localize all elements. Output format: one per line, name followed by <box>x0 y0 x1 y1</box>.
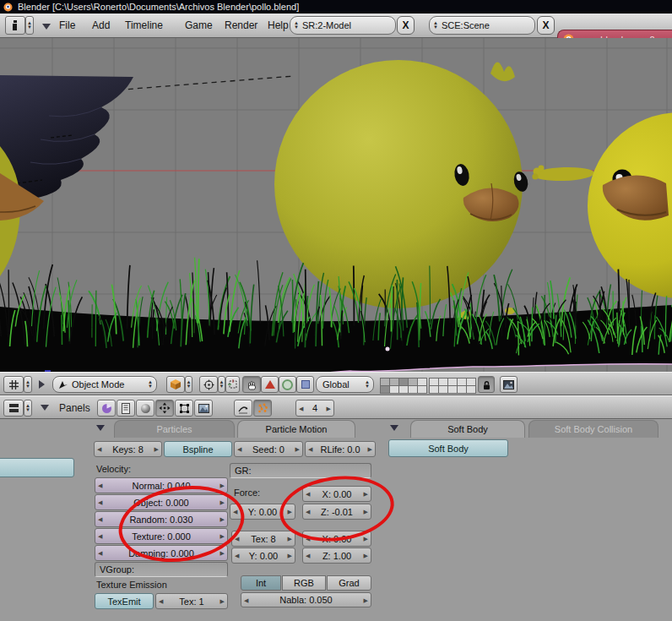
object-field[interactable]: ◀Object: 0.000▶ <box>95 494 228 510</box>
shading-context-button[interactable] <box>136 400 154 417</box>
increment-arrow[interactable]: ▶ <box>327 406 331 411</box>
object-context-button[interactable] <box>155 400 174 417</box>
render-preview-button[interactable] <box>500 376 518 393</box>
script-context-button[interactable] <box>117 400 135 417</box>
layer-buttons-group2[interactable] <box>429 378 475 393</box>
manipulator-mode-button[interactable] <box>296 376 314 393</box>
tab-particle-motion[interactable]: Particle Motion <box>237 420 355 438</box>
manipulator-widget-button[interactable] <box>225 376 240 393</box>
texture-emission-label: Texture Emission <box>96 580 167 590</box>
tab-particles[interactable]: Particles <box>114 420 235 438</box>
tab-soft-body-collision[interactable]: Soft Body Collision <box>528 420 658 438</box>
editor-type-dropdown[interactable]: ▲▼ <box>25 16 34 35</box>
texemit-toggle[interactable]: TexEmit <box>95 593 154 609</box>
editing-context-button[interactable] <box>175 400 193 417</box>
screen-selector[interactable]: ▲▼ SR:2-Model <box>290 16 396 35</box>
normal-field[interactable]: ◀Normal: 0.040▶ <box>95 477 228 493</box>
object-mode-icon <box>57 379 68 390</box>
force-z-field[interactable]: ◀Z: -0.01▶ <box>302 504 371 520</box>
grid-icon <box>8 379 19 390</box>
menu-add[interactable]: Add <box>92 19 110 31</box>
int-toggle[interactable]: Int <box>241 575 281 591</box>
viewport-editor-type-button[interactable] <box>3 376 24 393</box>
force-y-field[interactable]: ◀Y: 0.00▶ <box>230 504 295 520</box>
particle-panel-collapse-triangle[interactable] <box>96 425 105 431</box>
buttons-editor-type-button[interactable] <box>3 400 24 417</box>
frame-number-field[interactable]: ◀ 4 ▶ <box>295 400 334 417</box>
nabla-field[interactable]: ◀Nabla: 0.050▶ <box>241 592 371 607</box>
grad-toggle[interactable]: Grad <box>327 575 371 591</box>
menu-help[interactable]: Help <box>268 19 289 31</box>
menu-render[interactable]: Render <box>225 19 257 31</box>
pivot-dropdown[interactable]: ▲▼ <box>218 376 225 393</box>
texture-field[interactable]: ◀Texture: 0.000▶ <box>95 528 228 544</box>
tex-x-field[interactable]: ◀X: 0.00▶ <box>302 531 371 547</box>
collapse-buttons-menu-triangle[interactable] <box>41 405 49 411</box>
menu-game[interactable]: Game <box>185 19 213 31</box>
red-triangle-icon <box>265 380 275 389</box>
orientation-value: Global <box>317 379 361 389</box>
buttons-header: ▲▼ Panels ◀ 4 ▶ <box>0 395 672 419</box>
blender-window: Blender [C:\Users\Ronerto\Documents\Arch… <box>0 0 672 621</box>
texemit-tex-field[interactable]: ◀Tex: 1▶ <box>155 593 228 609</box>
pivot-button[interactable] <box>199 376 218 393</box>
tex-field[interactable]: ◀Tex: 8▶ <box>231 531 295 547</box>
rlife-field[interactable]: ◀RLife: 0.0▶ <box>305 441 376 457</box>
logic-icon <box>101 403 112 414</box>
soft-body-button[interactable]: Soft Body <box>388 439 508 457</box>
left-partial-button[interactable] <box>0 458 74 477</box>
scene-close-button[interactable]: X <box>537 16 555 35</box>
random-field[interactable]: ◀Random: 0.030▶ <box>95 511 228 527</box>
menu-bar: ▲▼ File Add Timeline Game Render Help ▲▼… <box>0 14 672 38</box>
softbody-panel-collapse-triangle[interactable] <box>390 425 398 431</box>
blender-logo-icon <box>3 3 13 12</box>
scene-context-button[interactable] <box>194 400 213 417</box>
combo-arrows-icon: ▲▼ <box>361 380 373 389</box>
gr-field[interactable]: GR: <box>230 463 371 478</box>
3d-viewport[interactable]: x (4) Plane <box>0 38 672 372</box>
tab-soft-body[interactable]: Soft Body <box>410 420 525 438</box>
editing-icon <box>179 403 190 414</box>
draw-mode-button[interactable] <box>166 376 185 393</box>
buttons-editor-dropdown[interactable]: ▲▼ <box>24 400 32 417</box>
damping-field[interactable]: ◀Damping: 0.000▶ <box>95 545 228 561</box>
scene-selector[interactable]: ▲▼ SCE:Scene <box>429 16 535 35</box>
blue-square-icon <box>301 380 310 389</box>
menu-file[interactable]: File <box>59 19 75 31</box>
layer-buttons-group1[interactable] <box>380 378 426 393</box>
draw-mode-dropdown[interactable]: ▲▼ <box>185 376 192 393</box>
bspline-toggle[interactable]: Bspline <box>164 441 232 457</box>
translate-manipulator-button[interactable] <box>242 376 261 393</box>
vgroup-field[interactable]: VGroup: <box>95 562 228 577</box>
force-x-field[interactable]: ◀X: 0.00▶ <box>302 486 371 502</box>
transform-widget-icon <box>228 379 238 389</box>
force-label: Force: <box>234 488 260 498</box>
mode-selector[interactable]: Object Mode ▲▼ <box>52 376 157 393</box>
buttons-window-icon <box>8 403 19 413</box>
physics-icon <box>237 403 249 414</box>
collapse-menu-triangle[interactable] <box>42 24 51 30</box>
script-icon <box>121 403 131 414</box>
editor-type-button[interactable] <box>5 16 25 35</box>
tex-z-field[interactable]: ◀Z: 1.00▶ <box>302 547 371 564</box>
lock-layers-button[interactable] <box>478 376 495 393</box>
seed-field[interactable]: ◀Seed: 0▶ <box>234 441 303 457</box>
orientation-selector[interactable]: Global ▲▼ <box>316 376 374 393</box>
expand-menus-triangle[interactable] <box>39 380 45 389</box>
green-circle-icon <box>282 379 293 390</box>
tex-y-field[interactable]: ◀Y: 0.00▶ <box>231 547 295 564</box>
velocity-label: Velocity: <box>96 464 131 474</box>
rgb-toggle[interactable]: RGB <box>282 575 326 591</box>
physics-subcontext-button[interactable] <box>234 400 252 417</box>
screen-selector-value: SR:2-Model <box>302 20 351 30</box>
particles-subcontext-button[interactable] <box>253 400 272 417</box>
viewport-editor-dropdown[interactable]: ▲▼ <box>24 376 32 393</box>
title-bar: Blender [C:\Users\Ronerto\Documents\Arch… <box>0 0 672 14</box>
screen-close-button[interactable]: X <box>397 16 415 35</box>
menu-timeline[interactable]: Timeline <box>125 19 163 31</box>
logic-context-button[interactable] <box>97 400 116 417</box>
solid-cube-icon <box>170 379 182 390</box>
keys-field[interactable]: ◀Keys: 8▶ <box>94 441 162 457</box>
rotate-manipulator-button[interactable] <box>261 376 279 393</box>
scale-manipulator-button[interactable] <box>279 376 296 393</box>
